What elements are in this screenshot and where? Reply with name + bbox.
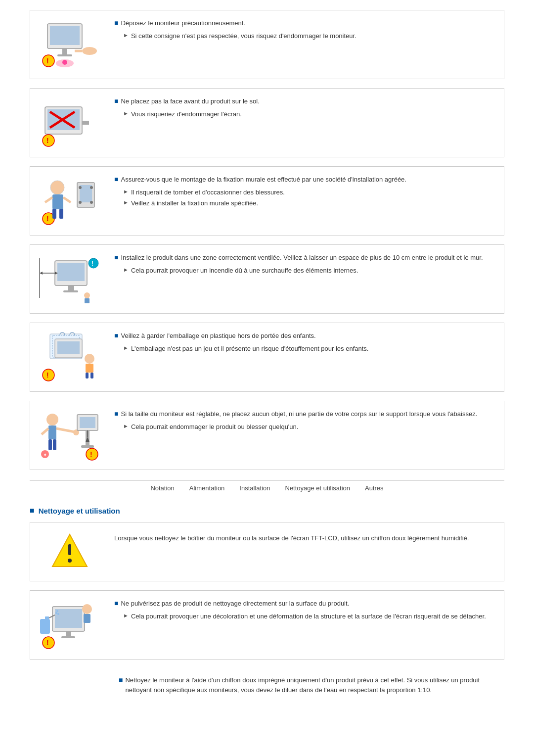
svg-text:!: ! <box>46 371 49 379</box>
svg-text:!: ! <box>90 450 92 458</box>
safety-text-2: ■ Ne placez pas la face avant du produit… <box>114 95 499 120</box>
svg-line-20 <box>63 197 71 202</box>
svg-point-24 <box>90 186 93 189</box>
child-plastic-icon: ! <box>38 331 102 383</box>
nav-notation[interactable]: Notation <box>150 484 174 492</box>
ventilation-icon: ! <box>38 253 102 305</box>
cleaning-main-text-1: Ne pulvérisez pas de produit de nettoyag… <box>121 599 349 609</box>
svg-rect-76 <box>61 636 75 638</box>
svg-rect-33 <box>68 285 74 290</box>
safety-main-text-3: Assurez-vous que le montage de la fixati… <box>121 175 406 185</box>
svg-point-72 <box>68 559 72 563</box>
safety-main-text-1: Déposez le moniteur précautionneusement. <box>121 18 245 28</box>
safety-text-1: ■ Déposez le moniteur précautionneusemen… <box>114 17 499 42</box>
nav-bar: Notation Alimentation Installation Netto… <box>30 480 504 496</box>
svg-rect-86 <box>84 614 90 623</box>
svg-point-26 <box>90 201 93 204</box>
svg-text:!: ! <box>46 137 49 144</box>
cleaning-sub-text-1-0: Cela pourrait provoquer une décoloration… <box>131 612 486 621</box>
safety-item-3: ! ■ Assurez-vous que le montage de la fi… <box>30 166 504 236</box>
section-title-nettoyage: Nettoyage et utilisation <box>39 507 120 515</box>
svg-text:!: ! <box>46 57 49 65</box>
svg-rect-50 <box>90 373 93 378</box>
svg-rect-49 <box>86 373 89 378</box>
safety-sub-text-3-0: Il risquerait de tomber et d'occasionner… <box>131 188 285 197</box>
safety-item-5: ! ■ Veillez à garder l'emballage en plas… <box>30 323 504 392</box>
safety-sub-text-6-0: Cela pourrait endommager le produit ou b… <box>131 422 299 432</box>
svg-rect-16 <box>82 121 89 125</box>
safety-text-3: ■ Assurez-vous que le montage de la fixa… <box>114 174 499 210</box>
svg-text:!: ! <box>46 639 49 647</box>
svg-text:!: ! <box>46 215 49 223</box>
safety-text-5: ■ Veillez à garder l'emballage en plasti… <box>114 330 499 355</box>
no-spray-icon: ! <box>38 599 102 651</box>
svg-rect-40 <box>85 298 89 303</box>
safety-sub-text-2-0: Vous risqueriez d'endommager l'écran. <box>131 109 242 119</box>
nav-installation[interactable]: Installation <box>239 484 270 492</box>
svg-rect-29 <box>52 209 56 219</box>
cleaning-image-1: ! <box>35 598 104 652</box>
safety-sub-text-3-1: Veillez à installer la fixation murale s… <box>131 198 258 208</box>
safety-item-1: ! ■ Déposez le moniteur précautionneusem… <box>30 10 504 79</box>
svg-point-23 <box>79 186 82 189</box>
monitor-no-icon: ! <box>38 97 102 149</box>
svg-rect-66 <box>48 439 52 450</box>
safety-main-text-6: Si la taille du moniteur est réglable, n… <box>121 409 477 419</box>
svg-rect-46 <box>57 341 80 354</box>
svg-line-56 <box>56 428 75 432</box>
svg-rect-1 <box>50 26 80 45</box>
svg-rect-48 <box>86 364 93 373</box>
safety-sub-text-1-0: Si cette consigne n'est pas respectée, v… <box>131 31 356 41</box>
svg-rect-71 <box>68 544 71 555</box>
svg-point-25 <box>79 201 82 204</box>
safety-image-1: ! <box>35 17 104 72</box>
safety-item-2: ! ■ Ne placez pas la face avant du produ… <box>30 88 504 157</box>
safety-sub-text-4-0: Cela pourrait provoquer un incendie dû à… <box>131 266 358 276</box>
intro-text-content: Lorsque vous nettoyez le boîtier du moni… <box>114 534 469 542</box>
safety-image-5: ! <box>35 330 104 384</box>
svg-rect-61 <box>81 445 94 448</box>
safety-main-text-4: Installez le produit dans une zone corre… <box>121 253 483 263</box>
svg-rect-78 <box>45 616 49 621</box>
bottom-text-block: ■ Nettoyez le moniteur à l'aide d'un chi… <box>30 668 504 704</box>
svg-line-19 <box>45 197 52 202</box>
svg-point-82 <box>56 610 58 612</box>
safety-main-text-2: Ne placez pas la face avant du produit s… <box>121 96 259 106</box>
svg-point-41 <box>89 258 98 268</box>
adjustable-stand-icon: ! ✦ <box>38 410 102 462</box>
svg-rect-75 <box>66 631 71 636</box>
safety-item-6: ! ✦ ■ Si la taille du moniteur est régla… <box>30 401 504 470</box>
safety-image-6: ! ✦ <box>35 408 104 463</box>
safety-text-4: ■ Installez le produit dans une zone cor… <box>114 252 499 277</box>
intro-row-nettoyage: Lorsque vous nettoyez le boîtier du moni… <box>30 522 504 581</box>
cleaning-text-1: ■ Ne pulvérisez pas de produit de nettoy… <box>114 598 499 622</box>
svg-rect-30 <box>59 209 63 219</box>
svg-rect-34 <box>63 290 78 292</box>
safety-image-3: ! <box>35 174 104 228</box>
monitor-place-icon: ! <box>38 19 102 71</box>
nav-alimentation[interactable]: Alimentation <box>189 484 225 492</box>
svg-point-6 <box>82 47 97 55</box>
caution-triangle-icon <box>50 532 89 571</box>
wall-mount-icon: ! <box>38 175 102 227</box>
svg-rect-59 <box>80 417 95 428</box>
safety-text-6: ■ Si la taille du moniteur est réglable,… <box>114 408 499 433</box>
intro-image-caution <box>35 529 104 574</box>
safety-image-2: ! <box>35 95 104 150</box>
svg-point-39 <box>84 292 90 298</box>
svg-rect-74 <box>55 609 82 628</box>
svg-point-85 <box>82 604 92 614</box>
nav-autres[interactable]: Autres <box>365 484 384 492</box>
svg-rect-32 <box>57 263 85 281</box>
safety-item-4: ! ■ Installez le produit dans une zone c… <box>30 244 504 314</box>
svg-point-81 <box>57 613 59 615</box>
nav-nettoyage[interactable]: Nettoyage et utilisation <box>285 484 351 492</box>
svg-rect-54 <box>48 425 56 439</box>
bottom-main-text: Nettoyez le moniteur à l'aide d'un chiff… <box>125 675 499 695</box>
section-icon-nettoyage: ■ <box>30 506 35 515</box>
cleaning-item-1: ! ■ Ne pulvérisez pas de produit de nett… <box>30 590 504 660</box>
safety-image-4: ! <box>35 252 104 306</box>
svg-point-9 <box>62 60 67 65</box>
section-header-nettoyage: ■ Nettoyage et utilisation <box>30 506 504 515</box>
svg-line-55 <box>42 428 48 434</box>
